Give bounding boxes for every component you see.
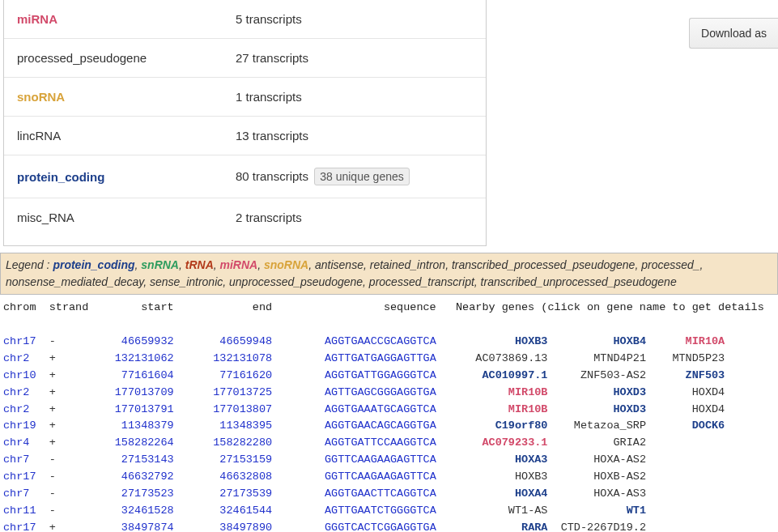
cell-strand: + [49, 369, 75, 381]
gene-link[interactable]: CTD-2267D19.2 [547, 521, 646, 532]
biotype-name: protein_coding [17, 170, 104, 184]
cell-end: 11348395 [174, 419, 273, 432]
cell-strand: - [49, 487, 75, 500]
gene-link[interactable]: C19orf80 [449, 419, 548, 432]
gene-link[interactable]: HOXB-AS2 [547, 470, 646, 483]
gene-link[interactable]: HOXD4 [646, 386, 725, 398]
biotype-row[interactable]: miRNA5 transcripts [4, 0, 486, 39]
gene-link [646, 453, 725, 466]
cell-chrom: chr17 [3, 470, 49, 483]
cell-sequence: GGTTCAAGAAGAGTTCA [292, 453, 436, 466]
biotype-name: processed_pseudogene [17, 51, 147, 65]
gene-link[interactable]: HOXB4 [547, 335, 646, 347]
biotype-count: 5 transcripts [236, 12, 302, 26]
biotype-row[interactable]: lincRNA13 transcripts [4, 117, 486, 155]
cell-start: 46659932 [75, 335, 174, 347]
gene-link[interactable]: Metazoa_SRP [547, 419, 646, 432]
table-row: chr7 - 27173523 27173539 AGGTGAACTTCAGGT… [3, 486, 778, 503]
cell-start: 132131062 [75, 352, 174, 364]
gene-link[interactable]: MIR10B [449, 403, 548, 415]
legend-label: Legend : [6, 258, 50, 271]
cell-start: 158282264 [75, 436, 174, 449]
cell-chrom: chr7 [3, 453, 49, 466]
cell-start: 38497874 [75, 521, 174, 532]
biotype-row[interactable]: snoRNA1 transcripts [4, 78, 486, 117]
gene-link[interactable]: RARA [449, 521, 548, 532]
gene-link[interactable]: HOXA-AS2 [547, 453, 646, 466]
biotype-scroll[interactable]: miRNA5 transcriptsprocessed_pseudogene27… [4, 0, 486, 245]
cell-chrom: chr2 [3, 352, 49, 364]
table-row: chr10 + 77161604 77161620 AGGTGATTGGAGGG… [3, 368, 778, 385]
cell-chrom: chr11 [3, 504, 49, 517]
cell-sequence: GGGTCACTCGGAGGTGA [292, 521, 436, 532]
gene-link[interactable]: MTND5P23 [646, 352, 725, 364]
legend-item: sense_intronic [150, 275, 223, 288]
gene-link[interactable]: AC073869.13 [449, 352, 548, 364]
table-row: chr2 + 132131062 132131078 AGTTGATGAGGAG… [3, 351, 778, 368]
gene-link[interactable]: GRIA2 [547, 436, 646, 449]
gene-link [646, 504, 725, 517]
gene-link[interactable]: HOXD3 [547, 386, 646, 398]
gene-link[interactable]: ZNF503 [646, 369, 725, 381]
biotype-count: 13 transcripts [236, 129, 308, 143]
table-row: chr17 - 46632792 46632808 GGTTCAAGAAGAGT… [3, 469, 778, 486]
biotype-panel: miRNA5 transcriptsprocessed_pseudogene27… [3, 0, 487, 246]
gene-link[interactable]: WT1-AS [449, 504, 548, 517]
gene-link [646, 521, 725, 532]
legend-item: snoRNA [264, 258, 308, 271]
gene-link [646, 470, 725, 483]
biotype-name: lincRNA [17, 129, 61, 143]
cell-chrom: chr4 [3, 436, 49, 449]
gene-link[interactable]: AC079233.1 [449, 436, 548, 449]
gene-link[interactable]: ZNF503-AS2 [547, 369, 646, 381]
cell-end: 27153159 [174, 453, 273, 466]
download-button[interactable]: Download as [689, 18, 778, 49]
biotype-name: miRNA [17, 12, 57, 26]
biotype-row[interactable]: processed_pseudogene27 transcripts [4, 39, 486, 78]
cell-end: 177013807 [174, 403, 273, 415]
legend-item: antisense [315, 258, 363, 271]
gene-link[interactable]: HOXB3 [449, 470, 548, 483]
biotype-name: snoRNA [17, 90, 65, 104]
cell-start: 77161604 [75, 369, 174, 381]
cell-sequence: AGTTGATGAGGAGTTGA [292, 352, 436, 364]
cell-end: 32461544 [174, 504, 273, 517]
biotype-count: 1 transcripts [236, 90, 302, 104]
gene-link[interactable]: DOCK6 [646, 419, 725, 432]
cell-chrom: chr19 [3, 419, 49, 432]
cell-end: 46632808 [174, 470, 273, 483]
cell-end: 77161620 [174, 369, 273, 381]
gene-link[interactable]: HOXD4 [646, 403, 725, 415]
gene-link[interactable]: AC010997.1 [449, 369, 548, 381]
table-row: chr7 - 27153143 27153159 GGTTCAAGAAGAGTT… [3, 452, 778, 469]
cell-strand: - [49, 470, 75, 483]
legend-item: processed_transcript [369, 275, 474, 288]
gene-link[interactable]: HOXA4 [449, 487, 548, 500]
gene-link[interactable]: HOXA-AS3 [547, 487, 646, 500]
cell-start: 177013709 [75, 386, 174, 398]
gene-link[interactable]: MIR10A [646, 335, 725, 347]
gene-link [646, 436, 725, 449]
biotype-count: 27 transcripts [236, 51, 308, 65]
gene-link[interactable]: WT1 [547, 504, 646, 517]
cell-strand: + [49, 436, 75, 449]
biotype-row[interactable]: protein_coding80 transcripts 38 unique g… [4, 155, 486, 198]
cell-start: 46632792 [75, 470, 174, 483]
gene-link[interactable]: HOXB3 [449, 335, 548, 347]
cell-sequence: AGTTGAATCTGGGGTCA [292, 504, 436, 517]
cell-chrom: chr17 [3, 521, 49, 532]
cell-sequence: AGTTGAGCGGGAGGTGA [292, 386, 436, 398]
cell-strand: + [49, 386, 75, 398]
cell-start: 32461528 [75, 504, 174, 517]
results-table: chrom strand start end sequence Nearby g… [3, 300, 778, 532]
table-header: chrom strand start end sequence Nearby g… [3, 300, 778, 317]
biotype-row[interactable]: misc_RNA2 transcripts [4, 198, 486, 237]
cell-strand: + [49, 403, 75, 415]
gene-link[interactable]: MTND4P21 [547, 352, 646, 364]
gene-link [646, 487, 725, 500]
gene-link[interactable]: MIR10B [449, 386, 548, 398]
gene-link[interactable]: HOXD3 [547, 403, 646, 415]
gene-link[interactable]: HOXA3 [449, 453, 548, 466]
cell-end: 38497890 [174, 521, 273, 532]
cell-sequence: AGGTGAAATGCAGGTCA [292, 403, 436, 415]
